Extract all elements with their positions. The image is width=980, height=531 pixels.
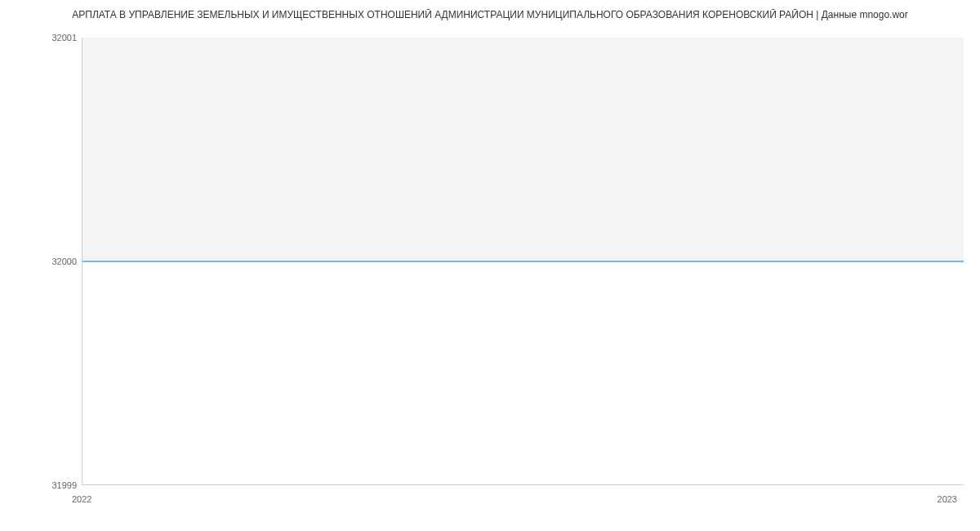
chart-container: АРПЛАТА В УПРАВЛЕНИЕ ЗЕМЕЛЬНЫХ И ИМУЩЕСТ…: [0, 0, 980, 531]
data-series-line: [82, 261, 964, 262]
plot-band-upper: [82, 38, 964, 261]
plot-band-lower: [82, 261, 964, 485]
plot-area: [82, 38, 964, 485]
x-axis-tick-label: 2023: [938, 494, 957, 504]
y-axis-tick-label: 31999: [51, 480, 77, 490]
y-axis-tick-label: 32000: [51, 257, 77, 266]
y-axis-tick-label: 32001: [51, 33, 77, 42]
chart-title: АРПЛАТА В УПРАВЛЕНИЕ ЗЕМЕЛЬНЫХ И ИМУЩЕСТ…: [0, 9, 980, 20]
x-axis-tick-label: 2022: [72, 494, 91, 504]
